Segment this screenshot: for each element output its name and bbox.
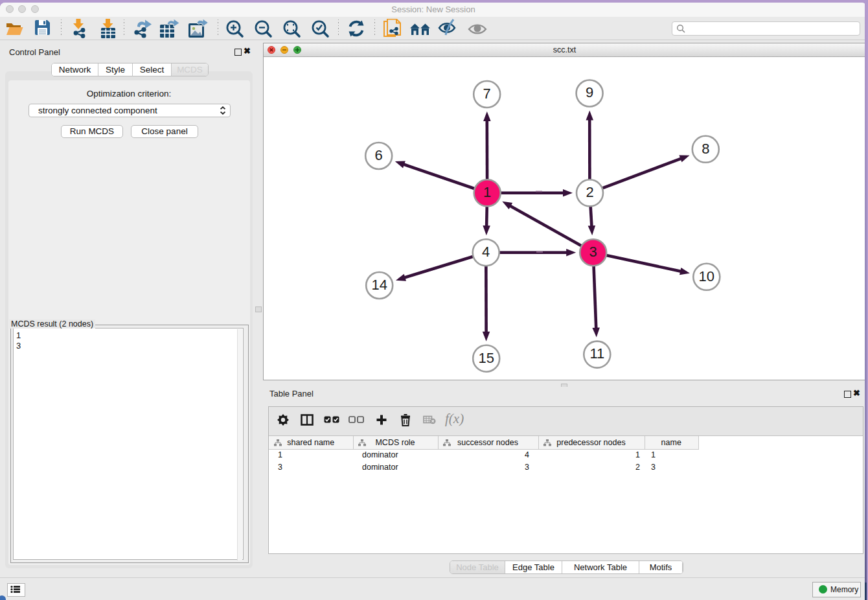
svg-text:15: 15 xyxy=(478,350,494,366)
svg-text:6: 6 xyxy=(375,147,383,163)
svg-text:1: 1 xyxy=(483,184,491,200)
svg-text:7: 7 xyxy=(483,86,491,102)
svg-text:4: 4 xyxy=(482,244,490,260)
svg-text:14: 14 xyxy=(371,277,387,293)
svg-text:2: 2 xyxy=(586,184,593,200)
svg-text:11: 11 xyxy=(589,345,604,362)
svg-text:8: 8 xyxy=(702,141,709,157)
svg-text:3: 3 xyxy=(589,244,597,260)
svg-text:9: 9 xyxy=(586,84,593,100)
svg-text:10: 10 xyxy=(699,268,714,284)
